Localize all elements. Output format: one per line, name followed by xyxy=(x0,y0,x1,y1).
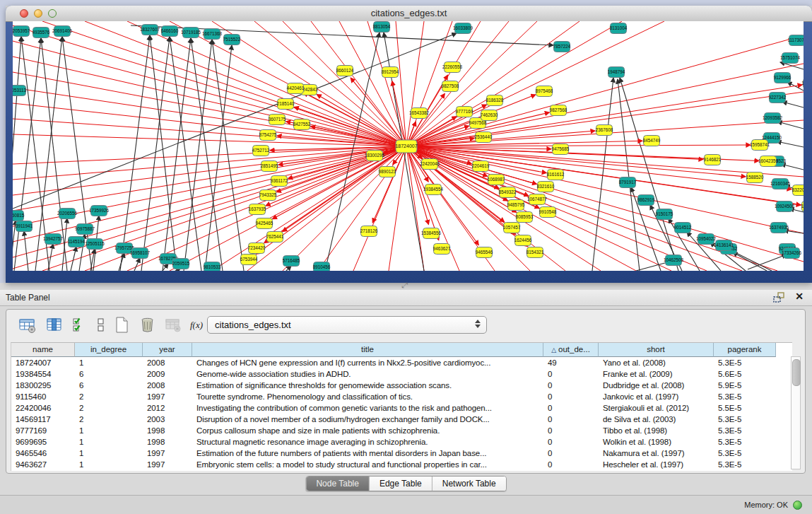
tab-node-table[interactable]: Node Table xyxy=(306,477,370,491)
graph-node[interactable]: 8321610 xyxy=(537,182,555,192)
graph-node[interactable]: 1057457 xyxy=(503,223,521,233)
table-mode-button[interactable] xyxy=(16,314,37,335)
delete-column-button[interactable] xyxy=(136,314,158,335)
graph-node[interactable]: 9485795 xyxy=(507,200,525,211)
graph-node[interactable]: 6466160 xyxy=(161,26,179,37)
graph-node[interactable]: 8660124 xyxy=(336,66,354,76)
graph-node[interactable]: 2718126 xyxy=(360,226,378,237)
graph-node[interactable]: 8549322 xyxy=(499,187,517,198)
graph-node[interactable]: 16042359 xyxy=(758,156,779,167)
graph-node[interactable]: 8161612 xyxy=(547,170,565,180)
graph-node[interactable]: 1948794 xyxy=(608,67,625,78)
graph-node[interactable]: 18327607 xyxy=(140,25,160,35)
graph-node[interactable]: 9862919 xyxy=(637,195,655,206)
graph-node[interactable]: 4752712 xyxy=(252,146,270,156)
graph-node[interactable]: 9890123 xyxy=(379,167,396,177)
select-all-button[interactable] xyxy=(69,314,90,335)
table-scrollbar[interactable] xyxy=(791,356,801,469)
graph-node[interactable]: 11325419 xyxy=(801,78,804,89)
graph-node[interactable]: 1145194 xyxy=(68,237,86,247)
graph-node[interactable]: 2185140 xyxy=(277,99,295,110)
show-columns-button[interactable] xyxy=(43,314,64,335)
graph-node[interactable]: 16671368 xyxy=(202,29,223,40)
table-row[interactable]: 977716911998Corpus callosum shape and si… xyxy=(11,425,792,436)
graph-node[interactable]: 7462630 xyxy=(481,110,498,121)
graph-node[interactable]: 8427552 xyxy=(293,119,311,130)
table-row[interactable]: 911546021997Tourette syndrome. Phenomeno… xyxy=(11,391,792,402)
graph-node[interactable]: 2536440 xyxy=(475,132,493,143)
graph-node[interactable]: 15384556 xyxy=(421,228,442,239)
float-window-icon[interactable] xyxy=(772,292,785,303)
graph-node[interactable]: 8791917 xyxy=(619,177,637,188)
graph-node[interactable]: 9014512 xyxy=(674,223,692,233)
graph-node[interactable]: 1588520 xyxy=(746,173,764,183)
scrollbar-thumb[interactable] xyxy=(792,359,801,386)
column-header-year[interactable]: year xyxy=(143,343,192,357)
graph-node[interactable]: 18724007 xyxy=(395,140,417,153)
graph-node[interactable]: 12093582 xyxy=(763,113,783,124)
graph-node[interactable]: 9129966 xyxy=(774,73,792,83)
function-builder-button[interactable]: f(x) xyxy=(186,314,207,335)
column-header-name[interactable]: name xyxy=(11,343,75,357)
new-column-button[interactable] xyxy=(111,314,132,335)
graph-node[interactable]: 9465546 xyxy=(476,247,493,258)
graph-node[interactable]: 17334266 xyxy=(782,248,802,259)
table-row[interactable]: 946554611997Estimation of the future num… xyxy=(11,448,792,459)
graph-node[interactable]: 8085953 xyxy=(516,212,534,223)
graph-node[interactable]: 9463627 xyxy=(433,244,451,255)
graph-node[interactable]: 7857224 xyxy=(553,42,571,52)
graph-node[interactable]: 3607175 xyxy=(269,115,286,125)
graph-node[interactable]: 14136141 xyxy=(714,240,734,251)
graph-node[interactable]: 8322037 xyxy=(792,185,804,196)
graph-node[interactable]: 2367608 xyxy=(596,125,613,136)
graph-node[interactable]: 16374935 xyxy=(769,223,789,233)
column-header-title[interactable]: title xyxy=(192,343,543,357)
graph-node[interactable]: 17359926 xyxy=(89,206,110,216)
graph-node[interactable]: 2851495 xyxy=(261,161,278,172)
graph-node[interactable]: 2059515 xyxy=(172,259,190,269)
graph-node[interactable]: 2053957 xyxy=(13,26,30,37)
graph-node[interactable]: 15751074 xyxy=(780,53,801,64)
graph-node[interactable]: 22420046 xyxy=(420,159,440,170)
graph-node[interactable]: 16033809 xyxy=(453,23,473,34)
graph-node[interactable]: 8910456 xyxy=(313,262,331,271)
network-selector[interactable]: citations_edges.txt xyxy=(207,316,487,334)
graph-node[interactable]: 10719185 xyxy=(181,28,201,38)
graph-node[interactable]: 9146821 xyxy=(704,155,722,165)
table-row[interactable]: 1830029562008Estimation of significance … xyxy=(11,380,792,391)
graph-node[interactable]: 9475685 xyxy=(552,144,570,155)
tab-network-table[interactable]: Network Table xyxy=(433,477,506,491)
graph-node[interactable]: 9425465 xyxy=(256,218,273,229)
graph-node[interactable]: 8813054 xyxy=(373,22,391,33)
graph-node[interactable]: 9850815 xyxy=(13,211,25,221)
graph-node[interactable]: 19384554 xyxy=(423,185,444,195)
graph-node[interactable]: 12160345 xyxy=(770,179,791,189)
graph-node[interactable]: 11173074 xyxy=(787,35,804,46)
clear-selection-button[interactable] xyxy=(90,314,111,335)
tab-edge-table[interactable]: Edge Table xyxy=(370,477,433,491)
graph-node[interactable]: 9827508 xyxy=(442,81,459,92)
graph-node[interactable]: 9150175 xyxy=(656,209,673,220)
graph-node[interactable]: 12505115 xyxy=(85,239,105,250)
graph-node[interactable]: 1637935 xyxy=(249,204,266,215)
graph-node[interactable]: 4420461 xyxy=(287,83,305,94)
graph-node[interactable]: 18300295 xyxy=(365,151,385,161)
graph-node[interactable]: 8131004 xyxy=(610,23,628,34)
table-row[interactable]: 1872400712008Changes of HCN gene express… xyxy=(11,357,792,368)
graph-node[interactable]: 8154321 xyxy=(526,247,544,258)
column-header-in_degree[interactable]: in_degree xyxy=(75,343,143,357)
graph-node[interactable]: 8454749 xyxy=(643,136,661,146)
graph-node[interactable]: 3911941 xyxy=(16,221,33,232)
graph-node[interactable]: 9910548 xyxy=(539,207,557,218)
graph-node[interactable]: 9827568 xyxy=(550,105,567,116)
graph-node[interactable]: 2053113 xyxy=(13,86,27,96)
graph-node[interactable]: 7234420 xyxy=(248,243,266,254)
graph-node[interactable]: 8186328 xyxy=(486,95,504,106)
network-canvas[interactable]: 2053957493557620691406183276076466160107… xyxy=(13,21,804,271)
graph-node[interactable]: 7625441 xyxy=(266,232,284,243)
table-row[interactable]: 2242004622012Investigating the contribut… xyxy=(11,402,792,414)
graph-node[interactable]: 5716485 xyxy=(283,256,300,267)
graph-node[interactable]: 10462508 xyxy=(664,255,684,266)
graph-node[interactable]: 7515522 xyxy=(223,35,241,45)
graph-node[interactable]: 10674877 xyxy=(527,194,548,205)
